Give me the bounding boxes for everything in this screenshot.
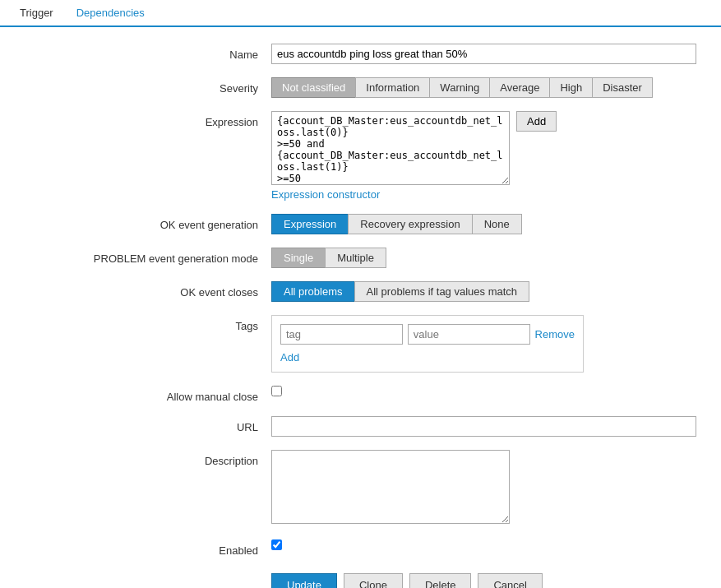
url-control xyxy=(271,416,696,437)
tags-label: Tags xyxy=(25,315,271,332)
tag-row: Remove xyxy=(280,324,575,345)
problem-event-buttons: Single Multiple xyxy=(271,248,696,268)
ok-event-expression-btn[interactable]: Expression xyxy=(271,214,349,234)
enabled-checkbox[interactable] xyxy=(271,539,282,550)
description-control xyxy=(271,450,696,526)
severity-high[interactable]: High xyxy=(549,77,593,98)
description-row: Description xyxy=(25,450,696,526)
severity-not-classified[interactable]: Not classified xyxy=(271,77,356,98)
tab-dependencies[interactable]: Dependencies xyxy=(65,0,156,25)
tabs-bar: Trigger Dependencies xyxy=(0,0,721,27)
ok-event-generation-row: OK event generation Expression Recovery … xyxy=(25,214,696,234)
allow-manual-close-checkbox[interactable] xyxy=(271,386,282,396)
problem-event-control: Single Multiple xyxy=(271,248,696,268)
url-input[interactable] xyxy=(271,416,696,437)
problem-multiple-btn[interactable]: Multiple xyxy=(325,248,386,268)
tag-value-input[interactable] xyxy=(408,324,530,345)
severity-buttons: Not classified Information Warning Avera… xyxy=(271,77,696,98)
allow-manual-close-label: Allow manual close xyxy=(25,386,271,403)
expression-row: Expression <span class="redacted">accoun… xyxy=(25,111,696,201)
name-input[interactable] xyxy=(271,44,696,64)
remove-tag-link[interactable]: Remove xyxy=(535,328,575,340)
problem-event-row: PROBLEM event generation mode Single Mul… xyxy=(25,248,696,268)
severity-average[interactable]: Average xyxy=(489,77,550,98)
add-expression-button[interactable]: Add xyxy=(516,111,557,132)
expression-control: <span class="redacted">account_DB_Master… xyxy=(271,111,696,201)
allow-manual-close-row: Allow manual close xyxy=(25,386,696,403)
expression-constructor-link[interactable]: Expression constructor xyxy=(271,188,380,201)
ok-closes-all-problems-btn[interactable]: All problems xyxy=(271,281,355,302)
tags-row: Tags Remove Add xyxy=(25,315,696,373)
delete-button[interactable]: Delete xyxy=(409,573,472,588)
enabled-label: Enabled xyxy=(25,539,271,557)
ok-event-closes-control: All problems All problems if tag values … xyxy=(271,281,696,302)
severity-information[interactable]: Information xyxy=(355,77,430,98)
tab-trigger[interactable]: Trigger xyxy=(8,0,65,27)
url-label: URL xyxy=(25,416,271,433)
allow-manual-close-control xyxy=(271,386,696,396)
tag-input[interactable] xyxy=(280,324,403,345)
severity-label: Severity xyxy=(25,77,271,95)
severity-warning[interactable]: Warning xyxy=(429,77,490,98)
expression-label: Expression xyxy=(25,111,271,128)
severity-row: Severity Not classified Information Warn… xyxy=(25,77,696,98)
ok-event-closes-row: OK event closes All problems All problem… xyxy=(25,281,696,302)
add-tag-link[interactable]: Add xyxy=(280,351,575,363)
ok-event-none-btn[interactable]: None xyxy=(472,214,522,234)
ok-closes-tag-match-btn[interactable]: All problems if tag values match xyxy=(354,281,530,302)
cancel-button[interactable]: Cancel xyxy=(478,573,542,588)
ok-event-generation-label: OK event generation xyxy=(25,214,271,231)
ok-event-buttons: Expression Recovery expression None xyxy=(271,214,696,234)
name-row: Name xyxy=(25,44,696,64)
problem-event-label: PROBLEM event generation mode xyxy=(25,248,271,265)
severity-disaster[interactable]: Disaster xyxy=(592,77,653,98)
update-button[interactable]: Update xyxy=(271,573,337,588)
description-textarea[interactable] xyxy=(271,450,510,524)
expression-textarea[interactable]: <span class="redacted">account_DB_Master… xyxy=(271,111,510,185)
enabled-control xyxy=(271,539,696,550)
url-row: URL xyxy=(25,416,696,437)
severity-control: Not classified Information Warning Avera… xyxy=(271,77,696,98)
clone-button[interactable]: Clone xyxy=(344,573,403,588)
ok-event-generation-control: Expression Recovery expression None xyxy=(271,214,696,234)
tags-container: Remove Add xyxy=(271,315,584,373)
ok-event-closes-label: OK event closes xyxy=(25,281,271,299)
ok-closes-buttons: All problems All problems if tag values … xyxy=(271,281,696,302)
action-buttons: Update Clone Delete Cancel xyxy=(25,573,696,588)
problem-single-btn[interactable]: Single xyxy=(271,248,326,268)
description-label: Description xyxy=(25,450,271,467)
enabled-row: Enabled xyxy=(25,539,696,557)
ok-event-recovery-btn[interactable]: Recovery expression xyxy=(348,214,472,234)
name-control xyxy=(271,44,696,64)
name-label: Name xyxy=(25,44,271,61)
tags-control: Remove Add xyxy=(271,315,696,373)
